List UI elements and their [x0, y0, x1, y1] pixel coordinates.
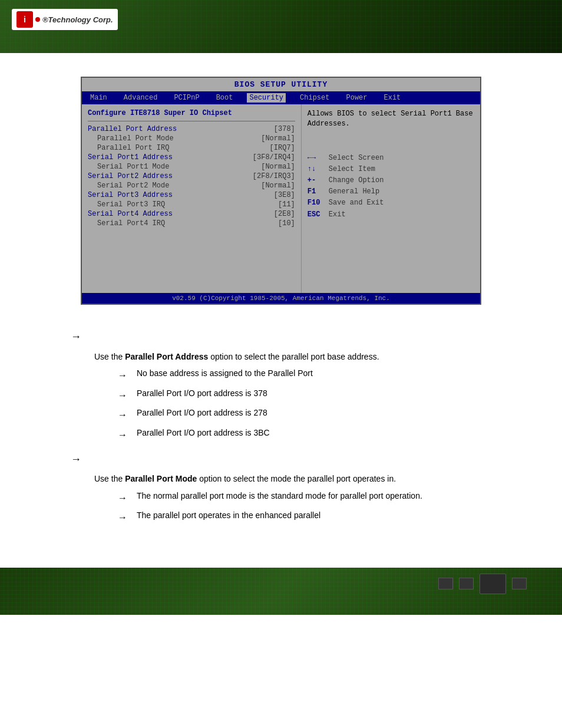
bios-key-f1: F1: [308, 186, 324, 197]
sub-text-3: Parallel Port I/O port address is 3BC: [137, 426, 270, 439]
bios-label-parallel-addr: Parallel Port Address: [88, 125, 177, 133]
bios-divider: [88, 121, 295, 121]
bios-key-esc: ESC: [308, 209, 324, 220]
section2-arrow: →: [71, 451, 81, 468]
bios-value-serial3-irq: [11]: [278, 200, 295, 209]
bios-key-desc-2: Change Option: [329, 175, 384, 186]
bios-value-serial2-addr: [2F8/IRQ3]: [253, 172, 295, 180]
doc-content: → Use the Parallel Port Address option t…: [24, 317, 538, 544]
bios-right-panel: Allows BIOS to select Serial Port1 Base …: [301, 104, 480, 293]
bios-nav-power[interactable]: Power: [343, 93, 369, 103]
bios-nav-exit[interactable]: Exit: [382, 93, 404, 103]
bios-container: BIOS SETUP UTILITY Main Advanced PCIPnP …: [81, 77, 481, 305]
section2-bold-word: Parallel Port Mode: [125, 474, 199, 483]
bios-value-serial4-irq: [10]: [278, 219, 295, 228]
bios-row-parallel-mode[interactable]: Parallel Port Mode [Normal]: [88, 134, 295, 143]
bios-label-serial1-mode: Serial Port1 Mode: [88, 163, 169, 171]
bios-nav-security[interactable]: Security: [247, 93, 286, 103]
bios-value-serial3-addr: [3E8]: [274, 191, 295, 199]
bios-label-serial4-addr: Serial Port4 Address: [88, 210, 173, 218]
footer-components: [438, 574, 527, 594]
bios-key-plusminus: +-: [308, 175, 324, 186]
header: i ®Technology Corp.: [0, 0, 562, 53]
logo-area: i ®Technology Corp.: [12, 9, 118, 30]
bios-nav-main[interactable]: Main: [88, 93, 110, 103]
bios-value-serial1-addr: [3F8/IRQ4]: [253, 153, 295, 162]
bios-label-serial3-irq: Serial Port3 IRQ: [88, 200, 165, 209]
bios-title-bar: BIOS SETUP UTILITY: [82, 78, 480, 91]
bios-row-serial4-addr[interactable]: Serial Port4 Address [2E8]: [88, 210, 295, 218]
bios-key-row-4: F10 Save and Exit: [308, 197, 474, 209]
bios-footer: v02.59 (C)Copyright 1985-2005, American …: [82, 293, 480, 304]
section1-sub-2: → Parallel Port I/O port address is 278: [118, 406, 491, 423]
bios-key-row-5: ESC Exit: [308, 209, 474, 220]
doc-section-2: → Use the Parallel Port Mode option to s…: [71, 450, 491, 525]
bios-row-parallel-addr[interactable]: Parallel Port Address [378]: [88, 125, 295, 133]
logo-box: i ®Technology Corp.: [12, 9, 118, 30]
bios-value-serial2-mode: [Normal]: [261, 182, 295, 190]
section2-intro: Use the Parallel Port Mode option to sel…: [94, 472, 491, 485]
bios-row-serial3-irq[interactable]: Serial Port3 IRQ [11]: [88, 200, 295, 209]
bios-row-serial3-addr[interactable]: Serial Port3 Address [3E8]: [88, 191, 295, 199]
sub-arrow-2: →: [118, 407, 127, 423]
bios-row-serial2-addr[interactable]: Serial Port2 Address [2F8/IRQ3]: [88, 172, 295, 180]
bios-label-serial4-irq: Serial Port4 IRQ: [88, 219, 165, 228]
doc-section-1: → Use the Parallel Port Address option t…: [71, 327, 491, 443]
sub2-text-0: The normal parallel port mode is the sta…: [137, 489, 422, 502]
section2-use-the: Use the: [94, 474, 123, 483]
bios-keys: ←→ Select Screen ↑↓ Select Item +- Chang…: [308, 153, 474, 220]
sub-arrow-1: →: [118, 388, 127, 403]
chip-small-3: [512, 578, 527, 589]
bios-key-updown: ↑↓: [308, 164, 324, 175]
bios-value-parallel-mode: [Normal]: [261, 134, 295, 143]
bios-nav-chipset[interactable]: Chipset: [297, 93, 332, 103]
section1-bold-word: Parallel Port Address: [125, 352, 210, 361]
section2-sub-0: → The normal parallel port mode is the s…: [118, 489, 491, 506]
bios-section-title: Configure ITE8718 Super IO Chipset: [88, 109, 295, 117]
bios-nav-advanced[interactable]: Advanced: [121, 93, 160, 103]
section2-sub-list: → The normal parallel port mode is the s…: [118, 489, 491, 525]
bios-row-parallel-irq[interactable]: Parallel Port IRQ [IRQ7]: [88, 144, 295, 152]
logo-icon: i: [16, 11, 33, 28]
sub-arrow-3: →: [118, 427, 127, 443]
bios-footer-text: v02.59 (C)Copyright 1985-2005, American …: [172, 295, 390, 302]
section1-use-the: Use the: [94, 352, 123, 361]
section2-sub-1: → The parallel port operates in the enha…: [118, 509, 491, 525]
bios-title: BIOS SETUP UTILITY: [234, 80, 328, 89]
section1-heading-arrow: →: [71, 327, 491, 345]
section1-option-text: option to select the parallel port base …: [210, 352, 379, 361]
section1-arrow: →: [71, 328, 81, 345]
bios-nav-pcipnp[interactable]: PCIPnP: [171, 93, 201, 103]
bios-nav: Main Advanced PCIPnP Boot Security Chips…: [82, 91, 480, 104]
bios-label-parallel-irq: Parallel Port IRQ: [88, 144, 169, 152]
bios-row-serial1-mode[interactable]: Serial Port1 Mode [Normal]: [88, 163, 295, 171]
bios-value-serial1-mode: [Normal]: [261, 163, 295, 171]
section2-heading-arrow: →: [71, 450, 491, 468]
bios-key-arrows: ←→: [308, 153, 324, 164]
bios-value-parallel-irq: [IRQ7]: [270, 144, 295, 152]
footer: [0, 568, 562, 615]
section1-sub-3: → Parallel Port I/O port address is 3BC: [118, 426, 491, 443]
bios-key-row-1: ↑↓ Select Item: [308, 164, 474, 175]
bios-key-desc-3: General Help: [329, 186, 379, 197]
logo-text: ®Technology Corp.: [42, 15, 113, 24]
chip-small-1: [438, 578, 453, 589]
bios-value-parallel-addr: [378]: [274, 125, 295, 133]
bios-nav-boot[interactable]: Boot: [214, 93, 236, 103]
sub2-text-1: The parallel port operates in the enhanc…: [137, 509, 320, 522]
bios-label-serial3-addr: Serial Port3 Address: [88, 191, 173, 199]
bios-key-desc-4: Save and Exit: [329, 197, 384, 209]
bios-key-row-2: +- Change Option: [308, 175, 474, 186]
section2-option-text: option to select the mode the parallel p…: [199, 474, 396, 483]
sub-text-2: Parallel Port I/O port address is 278: [137, 406, 267, 419]
bios-key-row-0: ←→ Select Screen: [308, 153, 474, 164]
bios-label-serial2-addr: Serial Port2 Address: [88, 172, 173, 180]
bios-row-serial1-addr[interactable]: Serial Port1 Address [3F8/IRQ4]: [88, 153, 295, 162]
sub-text-0: No base address is assigned to the Paral…: [137, 367, 313, 380]
chip-large: [480, 574, 506, 594]
bios-value-serial4-addr: [2E8]: [274, 210, 295, 218]
bios-row-serial4-irq[interactable]: Serial Port4 IRQ [10]: [88, 219, 295, 228]
bios-left-panel: Configure ITE8718 Super IO Chipset Paral…: [82, 104, 301, 293]
sub2-arrow-1: →: [118, 510, 127, 525]
bios-row-serial2-mode[interactable]: Serial Port2 Mode [Normal]: [88, 182, 295, 190]
